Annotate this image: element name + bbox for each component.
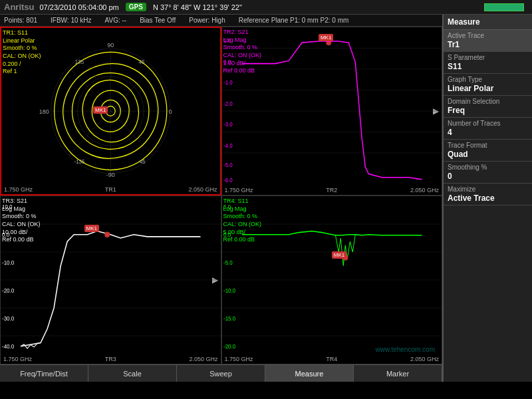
avg-info: AVG: -- [105,17,127,24]
rpanel-active-trace-label: Active Trace [448,32,528,39]
svg-text:-3.0: -3.0 [223,122,233,128]
rpanel-smoothing-label: Smoothing % [448,164,528,171]
rpanel-maximize-value: Active Trace [448,194,528,203]
main-area: Points: 801 IFBW: 10 kHz AVG: -- Bias Te… [0,15,532,382]
tab-scale[interactable]: Scale [88,365,177,382]
trace-label-tr1: TR1: S11 Linear Polar Smooth: 0 % CAL: O… [3,29,41,76]
svg-text:-20.0: -20.0 [2,288,15,294]
top-bar: Anritsu 07/23/2010 05:04:00 pm GPS N 37°… [0,0,532,15]
trace-label-tr2: TR2: S21 Log Mag Smooth: 0 % CAL: ON (OK… [223,29,262,75]
rpanel-num-traces-label: Number of Traces [448,120,528,127]
points-info: Points: 801 [4,17,37,24]
tab-measure[interactable]: Measure [265,365,354,382]
quad-tr2[interactable]: TR2: S21 Log Mag Smooth: 0 % CAL: ON (OK… [221,27,443,196]
svg-text:-6.0: -6.0 [223,178,233,184]
rpanel-graph-type-value: Linear Polar [448,84,528,93]
rpanel-trace-format-value: Quad [448,150,528,159]
rpanel-smoothing-value: 0 [448,172,528,181]
svg-text:-1.0: -1.0 [223,80,233,86]
svg-text:135: 135 [75,59,84,65]
svg-text:-20.0: -20.0 [223,344,236,350]
power-info: Power: High [189,17,225,24]
left-panel: Points: 801 IFBW: 10 kHz AVG: -- Bias Te… [0,15,442,382]
svg-text:-15.0: -15.0 [223,316,236,322]
svg-text:-30.0: -30.0 [2,316,15,322]
mk1-marker-tr2: MK1 [319,34,333,41]
rpanel-s-parameter[interactable]: S Parameter S11 [444,52,532,74]
svg-text:-10.0: -10.0 [223,288,236,294]
coordinates: N 37° 8' 48" W 121° 39' 22" [153,3,484,11]
refplane-info: Reference Plane P1: 0 mm P2: 0 mm [239,17,349,24]
tab-freq-time-dist[interactable]: Freq/Time/Dist [0,365,88,382]
trace-label-tr4: TR4: S11 Log Mag Smooth: 0 % CAL: ON (OK… [223,198,262,244]
svg-text:-135: -135 [74,159,85,165]
rpanel-num-traces[interactable]: Number of Traces 4 [444,118,532,140]
rpanel-graph-type-label: Graph Type [448,76,528,83]
mk1-marker-tr3: MK1 [84,225,99,232]
logo: Anritsu [4,2,35,12]
rpanel-trace-format-label: Trace Format [448,142,528,149]
quad-tr4[interactable]: TR4: S11 Log Mag Smooth: 0 % CAL: ON (OK… [221,196,443,364]
right-panel: Measure Active Trace Tr1 S Parameter S11… [442,15,532,382]
rpanel-domain-selection[interactable]: Domain Selection Freq [444,96,532,118]
rpanel-trace-format[interactable]: Trace Format Quad [444,140,532,162]
axis-bottom-tr3: 1.750 GHz TR3 2.050 GHz [1,356,221,362]
watermark: www.tehencom.com [376,346,435,353]
rpanel-maximize[interactable]: Maximize Active Trace [444,184,532,205]
rpanel-title: Measure [444,15,532,30]
bias-info: Bias Tee Off [140,17,176,24]
axis-bottom-tr1: 1.750 GHz TR1 2.050 GHz [1,186,220,193]
rpanel-active-trace[interactable]: Active Trace Tr1 [444,30,532,52]
rpanel-smoothing[interactable]: Smoothing % 0 [444,162,532,184]
quad-grid: TR1: S11 Linear Polar Smooth: 0 % CAL: O… [0,27,442,364]
svg-text:-5.0: -5.0 [223,260,233,266]
datetime: 07/23/2010 05:04:00 pm [40,3,119,11]
quad-tr3[interactable]: TR3: S21 Log Mag Smooth: 0 % CAL: ON (OK… [0,196,221,364]
rpanel-maximize-label: Maximize [448,186,528,193]
svg-text:-10.0: -10.0 [2,260,15,266]
info-bar: Points: 801 IFBW: 10 kHz AVG: -- Bias Te… [0,15,442,27]
svg-text:-2.0: -2.0 [223,100,233,106]
svg-text:45: 45 [139,59,145,65]
svg-text:-90: -90 [106,172,115,178]
rpanel-graph-type[interactable]: Graph Type Linear Polar [444,74,532,96]
trace-label-tr3: TR3: S21 Log Mag Smooth: 0 % CAL: ON (OK… [2,198,41,244]
gps-badge: GPS [126,3,146,11]
bottom-tabs: Freq/Time/Dist Scale Sweep Measure Marke… [0,364,442,382]
svg-text:90: 90 [107,42,114,49]
quad-tr1[interactable]: TR1: S11 Linear Polar Smooth: 0 % CAL: O… [0,27,221,196]
rpanel-s-parameter-value: S11 [448,62,528,71]
tab-sweep[interactable]: Sweep [177,365,265,382]
axis-bottom-tr2: 1.750 GHz TR2 2.050 GHz [222,187,442,194]
svg-text:180: 180 [39,108,49,115]
rpanel-domain-selection-label: Domain Selection [448,98,528,105]
svg-text:-4.0: -4.0 [223,142,233,148]
svg-text:-45: -45 [138,159,146,165]
svg-text:0: 0 [169,108,172,115]
signal-bar [484,3,524,11]
svg-text:-5.0: -5.0 [223,162,233,168]
svg-text:-40.0: -40.0 [2,344,15,350]
mk1-marker-tr1: MK1 [93,106,108,114]
tab-marker[interactable]: Marker [354,365,442,382]
mk1-marker-tr4: MK1 [332,251,346,259]
rpanel-domain-selection-value: Freq [448,106,528,115]
rpanel-s-parameter-label: S Parameter [448,54,528,61]
ifbw-info: IFBW: 10 kHz [51,17,92,24]
axis-bottom-tr4: 1.750 GHz TR4 2.050 GHz [222,356,442,362]
rpanel-num-traces-value: 4 [448,128,528,137]
rpanel-active-trace-value: Tr1 [448,40,528,49]
svg-point-50 [104,232,110,237]
